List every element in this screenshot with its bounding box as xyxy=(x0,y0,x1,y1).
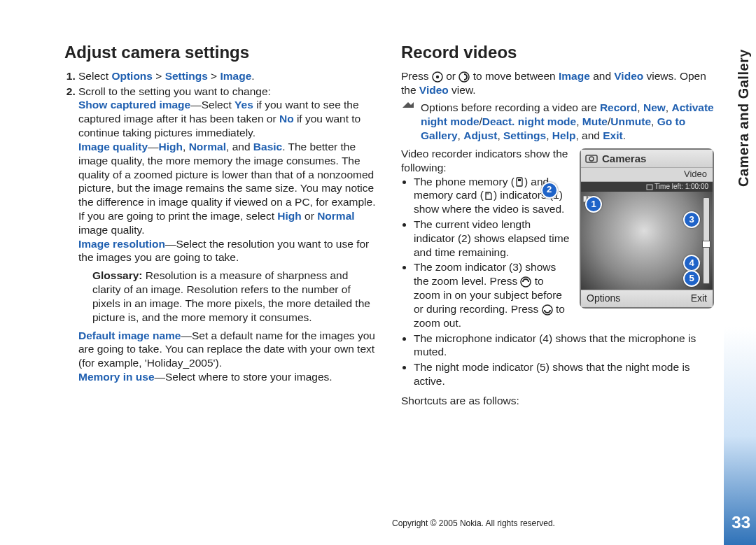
memory-label: Memory in use xyxy=(78,371,155,383)
opt-settings: Settings xyxy=(503,129,546,141)
callout-2: 2 xyxy=(541,182,558,199)
text: or xyxy=(302,210,317,222)
opt-adjust: Adjust xyxy=(463,129,497,141)
phone-memory-icon xyxy=(514,177,524,187)
sep: , xyxy=(497,129,503,141)
text: —Select where to store your images. xyxy=(155,371,332,383)
tip-icon xyxy=(401,101,415,115)
iq-normal2: Normal xyxy=(317,210,354,222)
step-1: Select Options > Settings > Image. xyxy=(78,69,377,83)
right-column: Record videos Press or to move between I… xyxy=(401,42,714,503)
heading-adjust-camera: Adjust camera settings xyxy=(64,42,377,64)
press-line: Press or to move between Image and Video… xyxy=(401,69,714,97)
copyright-text: Copyright © 2005 Nokia. All rights reser… xyxy=(392,518,555,528)
dash: — xyxy=(148,141,159,153)
callout-5: 5 xyxy=(683,270,700,287)
camera-icon xyxy=(585,153,598,163)
iq-high: High xyxy=(159,141,183,153)
softkey-exit: Exit xyxy=(691,292,707,305)
yes-option: Yes xyxy=(234,99,253,111)
content-columns: Adjust camera settings Select Options > … xyxy=(64,42,714,503)
sep: , xyxy=(637,101,643,113)
bullet-microphone: The microphone indicator (4) shows that … xyxy=(414,332,714,360)
iq-normal: Normal xyxy=(189,141,226,153)
opt-unmute: Unmute xyxy=(610,115,651,127)
side-section-label: Camera and Gallery xyxy=(736,49,752,187)
no-option: No xyxy=(279,113,294,125)
text: Select xyxy=(78,70,111,82)
text: or xyxy=(446,70,458,82)
opt-mute: Mute xyxy=(582,115,608,127)
glossary-label: Glossary: xyxy=(92,269,143,281)
opt-new: New xyxy=(643,101,666,113)
svg-point-4 xyxy=(589,157,594,161)
opt-exit: Exit xyxy=(603,129,622,141)
svg-rect-5 xyxy=(647,185,652,190)
phone-tab-video: Video xyxy=(581,168,713,182)
phone-softkeys: Options Exit xyxy=(581,290,713,307)
softkey-options: Options xyxy=(587,292,620,305)
image-quality-block: Image quality—High, Normal, and Basic. T… xyxy=(78,140,377,237)
zoom-slider xyxy=(703,197,710,284)
right-arc-icon xyxy=(458,71,470,83)
iq-basic: Basic xyxy=(253,141,282,153)
and: , and xyxy=(575,129,603,141)
text: image quality. xyxy=(78,224,144,236)
memory-block: Memory in use—Select where to store your… xyxy=(78,370,377,384)
image-resolution-block: Image resolution—Select the resolution y… xyxy=(78,237,377,265)
svg-rect-7 xyxy=(518,179,521,181)
memory-indicator-icon xyxy=(646,184,653,190)
step-2: Scroll to the setting you want to change… xyxy=(78,85,377,384)
page-number: 33 xyxy=(732,513,750,532)
sep: , xyxy=(576,115,582,127)
left-column: Adjust camera settings Select Options > … xyxy=(64,42,377,503)
sep: , xyxy=(546,129,552,141)
zoom-handle xyxy=(702,241,710,248)
text: and xyxy=(590,70,614,82)
dot: . xyxy=(251,70,254,82)
sep: , xyxy=(458,129,464,141)
tip-text: Options before recording a video are Rec… xyxy=(421,101,714,142)
sep: , and xyxy=(226,141,253,153)
show-captured-label: Show captured image xyxy=(78,99,190,111)
indicators-section: Cameras Video 2 Time left: 1:00:00 ▮▮ xyxy=(401,147,714,388)
steps-list: Select Options > Settings > Image. Scrol… xyxy=(64,69,377,384)
video-view: Video xyxy=(614,70,643,82)
heading-record-videos: Record videos xyxy=(401,42,714,64)
phone-viewfinder: ▮▮ 1 3 🎤 4 ☾ 5 xyxy=(581,192,713,290)
text: —Select xyxy=(190,99,234,111)
settings-link: Settings xyxy=(165,70,208,82)
text: Press xyxy=(401,70,432,82)
video-view2: Video xyxy=(419,84,449,96)
default-name-block: Default image name—Set a default name fo… xyxy=(78,329,377,370)
svg-rect-6 xyxy=(517,178,522,186)
bullet-night-mode: The night mode indicator (5) shows that … xyxy=(414,360,714,388)
phone-time-left: 2 Time left: 1:00:00 xyxy=(581,182,713,192)
dot: . xyxy=(623,129,626,141)
tip-row: Options before recording a video are Rec… xyxy=(401,101,714,142)
step2-intro: Scroll to the setting you want to change… xyxy=(78,85,271,97)
iq-high2: High xyxy=(277,210,301,222)
default-name-label: Default image name xyxy=(78,330,181,341)
glossary-block: Glossary: Resolution is a measure of sha… xyxy=(78,269,377,324)
sep: , xyxy=(651,115,657,127)
up-arc-icon xyxy=(520,276,531,288)
options-link: Options xyxy=(111,70,153,82)
phone-header: Cameras xyxy=(581,150,713,168)
gt: > xyxy=(208,70,220,82)
gt: > xyxy=(153,70,165,82)
opt-help: Help xyxy=(552,129,576,141)
image-resolution-label: Image resolution xyxy=(78,238,165,250)
text: view. xyxy=(449,84,476,96)
callout-1: 1 xyxy=(585,196,602,213)
callout-3: 3 xyxy=(683,211,700,228)
image-link: Image xyxy=(220,70,251,82)
time-text: Time left: 1:00:00 xyxy=(654,183,708,190)
text: to move between xyxy=(473,70,559,82)
dot-button-icon xyxy=(432,71,443,83)
opt-record: Record xyxy=(600,101,637,113)
image-view: Image xyxy=(559,70,590,82)
text: Options before recording a video are xyxy=(421,101,600,113)
opt-deact-night: Deact. night mode xyxy=(482,115,576,127)
image-quality-label: Image quality xyxy=(78,141,148,153)
